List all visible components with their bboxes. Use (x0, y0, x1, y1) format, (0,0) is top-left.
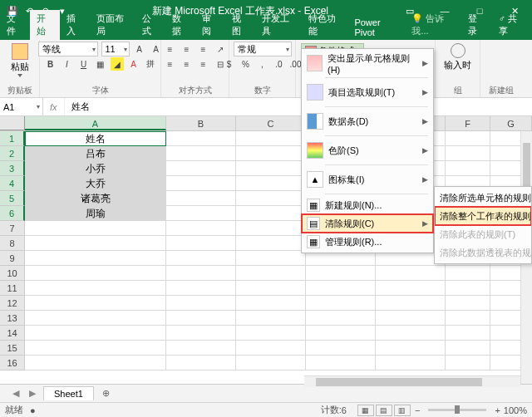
clear-selected-cells[interactable]: 清除所选单元格的规则(S) (435, 189, 531, 207)
col-header-G[interactable]: G (490, 116, 532, 130)
cell-E11[interactable] (376, 281, 446, 296)
cell-F11[interactable] (446, 281, 490, 296)
align-center-icon[interactable]: ≡ (180, 57, 194, 71)
view-normal-button[interactable]: ▦ (357, 405, 374, 416)
cell-B15[interactable] (166, 341, 236, 356)
cell-A12[interactable] (25, 296, 166, 311)
bold-button[interactable]: B (44, 57, 57, 71)
cell-C8[interactable] (236, 236, 306, 251)
currency-icon[interactable]: $ (223, 57, 236, 71)
cell-B3[interactable] (166, 161, 236, 176)
font-size-dropdown[interactable]: 11 (101, 42, 130, 56)
view-pagelayout-button[interactable]: ▤ (376, 405, 392, 416)
menu-new-rule[interactable]: ▦ 新建规则(N)... (302, 196, 433, 214)
italic-button[interactable]: I (61, 57, 74, 71)
cell-A5[interactable]: 诸葛亮 (25, 191, 166, 206)
cell-B4[interactable] (166, 176, 236, 191)
tab-file[interactable]: 文件 (0, 10, 30, 40)
cell-C1[interactable] (236, 131, 306, 146)
cell-B13[interactable] (166, 311, 236, 326)
menu-icon-sets[interactable]: ▲ 图标集(I) ▶ (302, 167, 433, 192)
cell-C15[interactable] (236, 341, 306, 356)
cell-C4[interactable] (236, 176, 306, 191)
tab-developer[interactable]: 开发工具 (255, 10, 302, 40)
fx-button[interactable]: fx (43, 98, 65, 115)
cell-D15[interactable] (306, 341, 376, 356)
cell-B16[interactable] (166, 356, 236, 370)
horizontal-scrollbar[interactable] (304, 375, 520, 387)
cell-D12[interactable] (306, 296, 376, 311)
cell-C9[interactable] (236, 251, 306, 266)
sheet-tab-1[interactable]: Sheet1 (43, 386, 94, 400)
row-header[interactable]: 10 (0, 266, 25, 281)
row-header[interactable]: 14 (0, 326, 25, 341)
cell-B1[interactable] (166, 131, 236, 146)
cell-B12[interactable] (166, 296, 236, 311)
cell-E15[interactable] (376, 341, 446, 356)
zoom-out-button[interactable]: − (415, 405, 420, 415)
cell-E12[interactable] (376, 296, 446, 311)
increase-font-icon[interactable]: A (133, 42, 146, 56)
add-sheet-button[interactable]: ⊕ (99, 386, 114, 401)
row-header[interactable]: 3 (0, 161, 25, 176)
cell-B8[interactable] (166, 236, 236, 251)
zoom-level[interactable]: 100% (504, 405, 527, 415)
menu-top-rules[interactable]: 项目选取规则(T) ▶ (302, 80, 433, 105)
paste-button[interactable]: 粘贴 (7, 42, 32, 79)
formula-input[interactable]: 姓名 (65, 101, 532, 113)
col-header-F[interactable]: F (446, 116, 490, 130)
zoom-slider[interactable] (428, 409, 486, 411)
tab-pagelayout[interactable]: 页面布局 (90, 10, 136, 40)
cell-F16[interactable] (446, 356, 490, 370)
cell-F13[interactable] (446, 311, 490, 326)
tab-view[interactable]: 视图 (225, 10, 255, 40)
cell-D16[interactable] (306, 356, 376, 370)
cell-B2[interactable] (166, 146, 236, 161)
menu-manage-rules[interactable]: ▦ 管理规则(R)... (302, 233, 433, 251)
cell-B14[interactable] (166, 326, 236, 341)
row-header[interactable]: 6 (0, 206, 25, 221)
cell-F15[interactable] (446, 341, 490, 356)
tab-insert[interactable]: 插入 (60, 10, 90, 40)
cell-D11[interactable] (306, 281, 376, 296)
cell-F1[interactable] (446, 131, 490, 146)
row-header[interactable]: 8 (0, 236, 25, 251)
row-header[interactable]: 5 (0, 191, 25, 206)
cell-C3[interactable] (236, 161, 306, 176)
cell-A8[interactable] (25, 236, 166, 251)
row-header[interactable]: 9 (0, 251, 25, 266)
record-macro-icon[interactable]: ● (30, 405, 36, 415)
cell-C10[interactable] (236, 266, 306, 281)
row-header[interactable]: 12 (0, 296, 25, 311)
tell-me[interactable]: 💡 告诉我... (405, 10, 463, 40)
col-header-B[interactable]: B (166, 116, 236, 130)
insert-time-button[interactable]: 输入时 (441, 42, 475, 73)
cell-C2[interactable] (236, 146, 306, 161)
cell-A10[interactable] (25, 266, 166, 281)
row-header[interactable]: 11 (0, 281, 25, 296)
row-header[interactable]: 1 (0, 131, 25, 146)
cell-F2[interactable] (446, 146, 490, 161)
row-header[interactable]: 7 (0, 221, 25, 236)
cell-F12[interactable] (446, 296, 490, 311)
cell-A14[interactable] (25, 326, 166, 341)
cell-D13[interactable] (306, 311, 376, 326)
cell-A11[interactable] (25, 281, 166, 296)
align-right-icon[interactable]: ≡ (197, 57, 210, 71)
menu-clear-rules[interactable]: ▤ 清除规则(C) ▶ (302, 214, 433, 233)
row-header[interactable]: 13 (0, 311, 25, 326)
name-box[interactable]: A1 (0, 98, 43, 115)
menu-color-scales[interactable]: 色阶(S) ▶ (302, 138, 433, 163)
tab-data[interactable]: 数据 (165, 10, 195, 40)
percent-icon[interactable]: % (239, 57, 253, 71)
cell-E14[interactable] (376, 326, 446, 341)
cell-C7[interactable] (236, 221, 306, 236)
cell-C11[interactable] (236, 281, 306, 296)
align-mid-icon[interactable]: ≡ (180, 42, 194, 56)
font-name-dropdown[interactable]: 等线 (38, 42, 98, 56)
cell-F3[interactable] (446, 161, 490, 176)
row-header[interactable]: 2 (0, 146, 25, 161)
fill-color-button[interactable]: ◢ (111, 57, 124, 71)
cell-B7[interactable] (166, 221, 236, 236)
cell-E10[interactable] (376, 266, 446, 281)
